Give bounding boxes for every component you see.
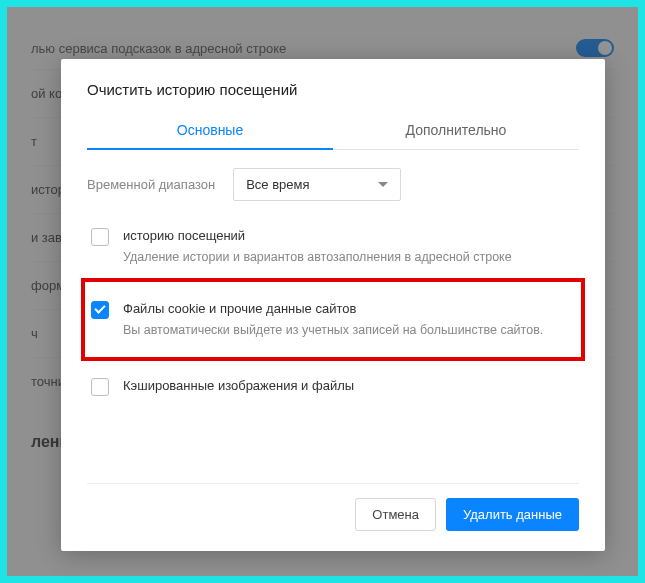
time-range-label: Временной диапазон [87, 177, 215, 192]
chevron-down-icon [378, 182, 388, 187]
confirm-button[interactable]: Удалить данные [446, 498, 579, 531]
cancel-button[interactable]: Отмена [355, 498, 436, 531]
clear-history-dialog: Очистить историю посещений Основные Допо… [61, 59, 605, 551]
item-history-title: историю посещений [123, 227, 512, 246]
item-cache-title: Кэшированные изображения и файлы [123, 377, 354, 396]
clear-item-history[interactable]: историю посещений Удаление истории и вар… [87, 217, 579, 276]
dialog-actions: Отмена Удалить данные [87, 483, 579, 531]
item-history-sub: Удаление истории и вариантов автозаполне… [123, 248, 512, 266]
tab-advanced[interactable]: Дополнительно [333, 112, 579, 150]
dialog-tabs: Основные Дополнительно [87, 112, 579, 150]
tab-basic[interactable]: Основные [87, 112, 333, 150]
checkbox-cookies[interactable] [91, 301, 109, 319]
check-icon [94, 303, 105, 314]
dialog-title: Очистить историю посещений [87, 81, 579, 98]
checkbox-history[interactable] [91, 228, 109, 246]
time-range-select[interactable]: Все время [233, 168, 401, 201]
highlighted-cookies-row: Файлы cookie и прочие данные сайтов Вы а… [81, 278, 585, 361]
time-range-value: Все время [246, 177, 309, 192]
item-cookies-sub: Вы автоматически выйдете из учетных запи… [123, 321, 543, 339]
checkbox-cache[interactable] [91, 378, 109, 396]
clear-item-cookies[interactable]: Файлы cookie и прочие данные сайтов Вы а… [87, 290, 575, 349]
item-cookies-title: Файлы cookie и прочие данные сайтов [123, 300, 543, 319]
clear-item-cache[interactable]: Кэшированные изображения и файлы [87, 367, 579, 406]
